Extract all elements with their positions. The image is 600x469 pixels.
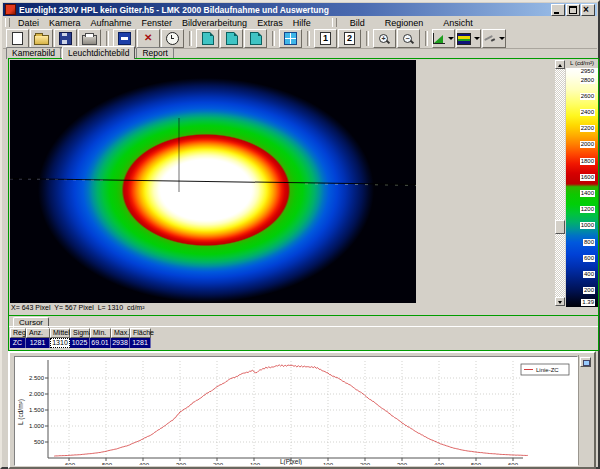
close-button[interactable] — [581, 4, 595, 16]
menu-item-extras[interactable]: Extras — [252, 17, 288, 29]
colorbar-label-200: 200 — [583, 287, 595, 294]
window-title: Eurolight 230V HPL kein Gitter.h5 - LMK … — [19, 5, 551, 15]
chart-side-strip — [578, 355, 593, 465]
capture-image-icon — [118, 32, 131, 45]
arrow-down-icon — [558, 301, 562, 304]
zoom-in-button[interactable] — [373, 29, 396, 48]
copy-image-1-icon — [202, 32, 214, 45]
table-row[interactable]: ZC12811310102569.0129381281 — [10, 338, 151, 348]
menu-item-regionen[interactable]: Regionen — [375, 17, 434, 29]
colorbar-label-600: 600 — [583, 255, 595, 262]
table-cell[interactable]: 1310 — [50, 338, 70, 348]
svg-text:500: 500 — [471, 462, 482, 465]
palette-tool-button[interactable] — [456, 29, 481, 48]
arrow-up-icon — [558, 64, 562, 67]
profile-chart: -600-500-400-300-200-1000100200300400500… — [14, 356, 578, 466]
copy-image-2-icon — [226, 32, 238, 45]
table-cell[interactable]: 2938 — [111, 338, 130, 348]
cursor-analysis-panel: Cursor Reg.Anz.MittelSigmaMin.Max.Fläche… — [8, 315, 599, 351]
menubar-grip — [5, 18, 10, 27]
svg-text:-200: -200 — [211, 462, 224, 465]
zoom-in-icon — [378, 33, 391, 45]
column-header-fl-che[interactable]: Fläche — [130, 328, 151, 338]
view-1-icon: 1 — [320, 32, 331, 45]
cursor-position-status: X= 643 Pixel Y= 567 Pixel L= 1310 cd/m² — [11, 304, 145, 311]
profile-chart-panel: -600-500-400-300-200-1000100200300400500… — [8, 351, 596, 469]
new-document-button[interactable] — [6, 29, 29, 48]
view-2-icon: 2 — [344, 32, 355, 45]
toolbar-separator — [189, 31, 192, 46]
menu-item-kamera[interactable]: Kamera — [44, 17, 86, 29]
abort-capture-button[interactable] — [137, 29, 160, 48]
svg-text:-100: -100 — [248, 462, 261, 465]
column-header-anz-[interactable]: Anz. — [26, 328, 50, 338]
close-icon — [583, 5, 589, 15]
falsecolor-view-button[interactable] — [279, 29, 302, 48]
minimize-button[interactable] — [551, 4, 565, 16]
table-cell[interactable]: 1281 — [130, 338, 151, 348]
table-cell[interactable]: 1281 — [26, 338, 50, 348]
column-header-max-[interactable]: Max. — [111, 328, 130, 338]
toolbar-separator — [307, 31, 310, 46]
svg-text:2.500: 2.500 — [29, 375, 45, 381]
diagram-tool-button[interactable] — [432, 29, 455, 48]
colorbar-label-1800: 1800 — [580, 158, 595, 165]
abort-capture-icon — [143, 33, 154, 44]
table-cell[interactable]: ZC — [10, 338, 26, 348]
copy-image-3-button[interactable] — [244, 29, 267, 48]
minimize-icon — [554, 12, 559, 14]
colorbar-label-1-39: 1.39 — [581, 299, 595, 306]
region-tool-icon — [483, 33, 496, 44]
title-bar: Eurolight 230V HPL kein Gitter.h5 - LMK … — [3, 3, 597, 16]
menu-item-bild[interactable]: Bild — [340, 17, 375, 29]
line-cursor[interactable] — [10, 178, 416, 185]
dropdown-arrow-icon — [474, 37, 480, 40]
open-file-button[interactable] — [30, 29, 53, 48]
luminance-false-color-image[interactable] — [10, 60, 416, 303]
colorbar-label-2950: 2950 — [580, 68, 595, 75]
scrollbar-thumb[interactable] — [555, 220, 565, 234]
table-cell[interactable]: 1025 — [70, 338, 90, 348]
region-tool-button[interactable] — [482, 29, 506, 48]
view-2-button[interactable]: 2 — [338, 29, 361, 48]
colorbar-label-1400: 1400 — [580, 190, 595, 197]
menu-item-ansicht[interactable]: Ansicht — [433, 17, 483, 29]
svg-text:1.500: 1.500 — [29, 407, 45, 413]
view-1-button[interactable]: 1 — [314, 29, 337, 48]
chart-options-button[interactable] — [580, 357, 591, 367]
menu-item-fenster[interactable]: Fenster — [137, 17, 178, 29]
tab-leuchtdichtebild[interactable]: Leuchtdichtebild — [62, 46, 135, 59]
maximize-button[interactable] — [566, 4, 580, 16]
palette-tool-icon — [457, 33, 471, 45]
save-file-icon — [59, 32, 72, 45]
column-header-mittel[interactable]: Mittel — [50, 328, 70, 338]
menu-item-bildverarbeitung[interactable]: Bildverarbeitung — [177, 17, 252, 29]
svg-text:L (cd/m²): L (cd/m²) — [17, 399, 25, 425]
column-header-sigma[interactable]: Sigma — [70, 328, 90, 338]
colorbar-title: L (cd/m²) — [566, 60, 598, 66]
menu-item-datei[interactable]: Datei — [13, 17, 44, 29]
copy-image-2-button[interactable] — [220, 29, 243, 48]
toolbar-separator — [272, 31, 275, 46]
svg-text:200: 200 — [360, 462, 371, 465]
menu-item-hilfe[interactable]: Hilfe — [288, 17, 316, 29]
column-header-min-[interactable]: Min. — [90, 328, 111, 338]
column-header-reg-[interactable]: Reg. — [10, 328, 26, 338]
scroll-down-button[interactable] — [555, 297, 565, 306]
luminance-colorbar: L (cd/m²) 295028002600240022002000180016… — [566, 60, 598, 308]
svg-text:-400: -400 — [137, 462, 150, 465]
colorbar-label-2200: 2200 — [580, 125, 595, 132]
dropdown-arrow-icon — [499, 37, 505, 40]
table-cell[interactable]: 69.01 — [90, 338, 111, 348]
scroll-up-button[interactable] — [555, 60, 565, 69]
zoom-out-button[interactable] — [397, 29, 420, 48]
tab-divider — [9, 326, 598, 327]
copy-image-1-button[interactable] — [196, 29, 219, 48]
profile-chart-svg: -600-500-400-300-200-1000100200300400500… — [15, 357, 577, 465]
capture-timer-button[interactable] — [161, 29, 184, 48]
svg-text:1.000: 1.000 — [29, 423, 45, 429]
menu-item-aufnahme[interactable]: Aufnahme — [86, 17, 137, 29]
colorbar-gradient: 2950280026002400220020001800160014001200… — [566, 68, 598, 307]
image-vertical-scrollbar[interactable] — [555, 60, 565, 306]
svg-text:-600: -600 — [63, 462, 76, 465]
